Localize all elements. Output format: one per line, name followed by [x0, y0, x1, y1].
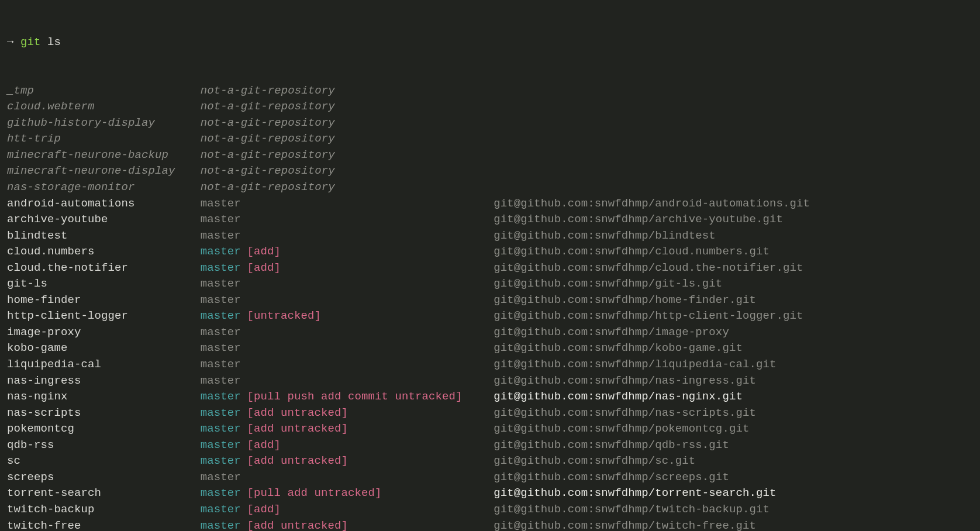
branch-name: master	[201, 260, 247, 277]
prompt-line: → git ls	[7, 35, 973, 51]
branch-name: master	[201, 470, 247, 486]
directory-name: pokemontcg	[7, 421, 201, 437]
not-a-git-label: not-a-git-repository	[201, 163, 340, 180]
status-flags: [add untracked]	[247, 405, 494, 422]
status-flags: [pull add untracked]	[247, 485, 494, 502]
status-flags: [add]	[247, 502, 494, 518]
remote-url: git@github.com:snwfdhmp/archive-youtube.…	[494, 212, 783, 228]
remote-url: git@github.com:snwfdhmp/image-proxy	[494, 325, 729, 341]
remote-url: git@github.com:snwfdhmp/liquipedia-cal.g…	[494, 357, 776, 373]
prompt-arrow-icon: →	[7, 36, 14, 49]
list-item: qdb-rssmaster[add]git@github.com:snwfdhm…	[7, 437, 973, 454]
list-item: twitch-freemaster[add untracked]git@gith…	[7, 518, 973, 532]
list-item: github-history-displaynot-a-git-reposito…	[7, 115, 973, 132]
not-a-git-label: not-a-git-repository	[201, 115, 340, 132]
directory-name: image-proxy	[7, 325, 201, 341]
directory-name: kobo-game	[7, 340, 201, 357]
remote-url: git@github.com:snwfdhmp/http-client-logg…	[494, 308, 803, 325]
not-a-git-label: not-a-git-repository	[201, 180, 340, 196]
directory-name: liquipedia-cal	[7, 357, 201, 373]
list-item: kobo-gamemastergit@github.com:snwfdhmp/k…	[7, 340, 973, 357]
directory-name: cloud.numbers	[7, 244, 201, 260]
list-item: _tmpnot-a-git-repository	[7, 83, 973, 99]
directory-name: home-finder	[7, 292, 201, 309]
list-item: torrent-searchmaster[pull add untracked]…	[7, 485, 973, 502]
terminal[interactable]: → git ls _tmpnot-a-git-repositorycloud.w…	[0, 0, 980, 531]
remote-url: git@github.com:snwfdhmp/qdb-rss.git	[494, 437, 729, 454]
remote-url: git@github.com:snwfdhmp/sc.git	[494, 453, 695, 470]
directory-name: minecraft-neurone-display	[7, 163, 201, 180]
directory-name: twitch-free	[7, 518, 201, 532]
branch-name: master	[201, 518, 247, 532]
list-item: minecraft-neurone-displaynot-a-git-repos…	[7, 163, 973, 180]
branch-name: master	[201, 244, 247, 260]
branch-name: master	[201, 228, 247, 244]
remote-url: git@github.com:snwfdhmp/home-finder.git	[494, 292, 756, 309]
directory-name: sc	[7, 453, 201, 470]
list-item: pokemontcgmaster[add untracked]git@githu…	[7, 421, 973, 437]
branch-name: master	[201, 276, 247, 292]
directory-name: git-ls	[7, 276, 201, 292]
not-a-git-label: not-a-git-repository	[201, 131, 340, 147]
directory-name: nas-ingress	[7, 373, 201, 389]
list-item: cloud.webtermnot-a-git-repository	[7, 99, 973, 115]
branch-name: master	[201, 437, 247, 454]
list-item: liquipedia-calmastergit@github.com:snwfd…	[7, 357, 973, 373]
remote-url: git@github.com:snwfdhmp/screeps.git	[494, 470, 729, 486]
status-flags: [add]	[247, 260, 494, 277]
branch-name: master	[201, 421, 247, 437]
list-item: git-lsmastergit@github.com:snwfdhmp/git-…	[7, 276, 973, 292]
directory-name: nas-storage-monitor	[7, 180, 201, 196]
list-item: minecraft-neurone-backupnot-a-git-reposi…	[7, 147, 973, 164]
directory-name: archive-youtube	[7, 212, 201, 228]
directory-name: qdb-rss	[7, 437, 201, 454]
list-item: cloud.the-notifiermaster[add]git@github.…	[7, 260, 973, 277]
branch-name: master	[201, 373, 247, 389]
list-item: cloud.numbersmaster[add]git@github.com:s…	[7, 244, 973, 260]
status-flags: [add untracked]	[247, 421, 494, 437]
status-flags: [untracked]	[247, 308, 494, 325]
branch-name: master	[201, 340, 247, 357]
branch-name: master	[201, 212, 247, 228]
list-item: image-proxymastergit@github.com:snwfdhmp…	[7, 325, 973, 341]
status-flags: [add untracked]	[247, 518, 494, 532]
directory-name: twitch-backup	[7, 502, 201, 518]
remote-url: git@github.com:snwfdhmp/blindtest	[494, 228, 716, 244]
branch-name: master	[201, 389, 247, 405]
directory-name: android-automations	[7, 196, 201, 212]
list-item: scmaster[add untracked]git@github.com:sn…	[7, 453, 973, 470]
prompt-argument: ls	[47, 36, 61, 49]
remote-url: git@github.com:snwfdhmp/kobo-game.git	[494, 340, 743, 357]
remote-url: git@github.com:snwfdhmp/cloud.the-notifi…	[494, 260, 803, 277]
not-a-git-label: not-a-git-repository	[201, 99, 340, 115]
remote-url: git@github.com:snwfdhmp/pokemontcg.git	[494, 421, 749, 437]
remote-url: git@github.com:snwfdhmp/nas-nginx.git	[494, 389, 743, 405]
list-item: nas-scriptsmaster[add untracked]git@gith…	[7, 405, 973, 422]
list-item: android-automationsmastergit@github.com:…	[7, 196, 973, 212]
status-flags: [add]	[247, 437, 494, 454]
branch-name: master	[201, 453, 247, 470]
directory-name: http-client-logger	[7, 308, 201, 325]
directory-name: torrent-search	[7, 485, 201, 502]
remote-url: git@github.com:snwfdhmp/twitch-free.git	[494, 518, 756, 532]
directory-name: nas-scripts	[7, 405, 201, 422]
directory-name: cloud.webterm	[7, 99, 201, 115]
directory-name: cloud.the-notifier	[7, 260, 201, 277]
status-flags: [pull push add commit untracked]	[247, 389, 494, 405]
list-item: http-client-loggermaster[untracked]git@g…	[7, 308, 973, 325]
list-item: archive-youtubemastergit@github.com:snwf…	[7, 212, 973, 228]
not-a-git-label: not-a-git-repository	[201, 147, 340, 164]
not-a-git-label: not-a-git-repository	[201, 83, 340, 99]
directory-name: screeps	[7, 470, 201, 486]
list-item: nas-ingressmastergit@github.com:snwfdhmp…	[7, 373, 973, 389]
branch-name: master	[201, 325, 247, 341]
status-flags: [add]	[247, 244, 494, 260]
list-item: blindtestmastergit@github.com:snwfdhmp/b…	[7, 228, 973, 244]
branch-name: master	[201, 196, 247, 212]
prompt-command: git	[20, 36, 41, 49]
status-flags: [add untracked]	[247, 453, 494, 470]
remote-url: git@github.com:snwfdhmp/git-ls.git	[494, 276, 722, 292]
remote-url: git@github.com:snwfdhmp/nas-ingress.git	[494, 373, 756, 389]
list-item: htt-tripnot-a-git-repository	[7, 131, 973, 147]
list-item: screepsmastergit@github.com:snwfdhmp/scr…	[7, 470, 973, 486]
